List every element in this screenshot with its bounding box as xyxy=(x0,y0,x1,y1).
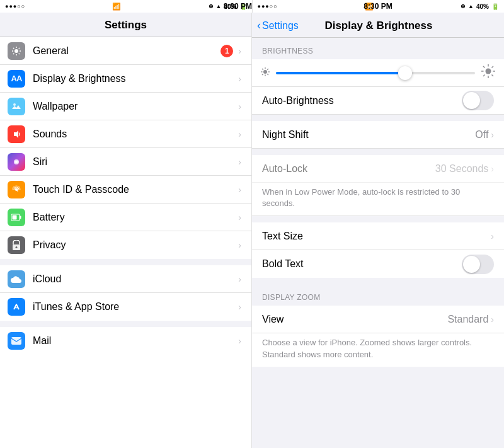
touchid-label: Touch ID & Passcode xyxy=(33,184,238,195)
svg-line-19 xyxy=(267,74,268,75)
mail-label: Mail xyxy=(33,335,238,347)
svg-point-13 xyxy=(263,70,267,74)
sun-large-icon xyxy=(481,64,495,81)
svg-point-4 xyxy=(15,161,18,163)
right-header: ‹ Settings Display & Brightness xyxy=(252,13,504,38)
back-chevron-icon: ‹ xyxy=(257,19,261,32)
touchid-chevron: › xyxy=(238,185,241,195)
separator-2 xyxy=(0,321,251,327)
svg-line-18 xyxy=(262,69,263,70)
settings-list: General 1 › AA Display & Brightness › xyxy=(0,37,251,448)
appstore-icon xyxy=(8,298,25,316)
settings-item-general[interactable]: General 1 › xyxy=(0,37,251,65)
left-gps-icon: ⊕ xyxy=(209,3,214,9)
main-layout: Settings General 1 › xyxy=(0,13,504,448)
svg-rect-8 xyxy=(13,215,17,219)
auto-brightness-toggle[interactable] xyxy=(462,91,494,110)
right-content: BRIGHTNESS xyxy=(252,38,504,448)
right-panel: ‹ Settings Display & Brightness BRIGHTNE… xyxy=(252,13,504,448)
brightness-section-header: BRIGHTNESS xyxy=(252,38,504,59)
right-arrow-icon: ▲ xyxy=(468,3,474,9)
text-size-label: Text Size xyxy=(262,231,491,242)
right-battery-icon: 🔋 xyxy=(491,3,499,10)
left-wifi-icon: 📶 xyxy=(112,3,121,11)
wallpaper-chevron: › xyxy=(238,101,241,112)
icloud-label: iCloud xyxy=(33,273,238,285)
view-value: Standard xyxy=(447,314,488,325)
settings-item-touchid[interactable]: Touch ID & Passcode › xyxy=(0,176,251,204)
view-chevron: › xyxy=(491,314,494,325)
settings-item-mail[interactable]: Mail › xyxy=(0,327,251,355)
night-shift-value: Off xyxy=(475,129,488,141)
settings-item-appstore[interactable]: iTunes & App Store › xyxy=(0,293,251,321)
settings-item-privacy[interactable]: Privacy › xyxy=(0,231,251,259)
svg-marker-2 xyxy=(14,130,18,138)
right-gps-icon: ⊕ xyxy=(461,3,466,9)
appstore-label: iTunes & App Store xyxy=(33,301,238,313)
svg-point-22 xyxy=(486,69,491,74)
appstore-chevron: › xyxy=(238,302,241,312)
auto-brightness-row: Auto-Brightness xyxy=(252,87,504,115)
night-shift-row[interactable]: Night Shift Off › xyxy=(252,121,504,149)
settings-item-wallpaper[interactable]: Wallpaper › xyxy=(0,93,251,120)
right-status-icons: ⊕ ▲ 40% 🔋 xyxy=(461,3,499,10)
privacy-chevron: › xyxy=(238,240,241,250)
settings-item-display[interactable]: AA Display & Brightness › xyxy=(0,65,251,93)
general-label: General xyxy=(33,45,220,57)
separator-textsize xyxy=(252,216,504,222)
privacy-icon xyxy=(8,236,25,254)
auto-brightness-label: Auto-Brightness xyxy=(262,95,462,106)
status-bar: ●●●○○ 📶 8:30 PM ⊕ ▲ 40% 🔋 ●●●○○ 📶 8:30 P… xyxy=(0,0,504,13)
svg-rect-12 xyxy=(11,337,21,345)
battery-label: Battery xyxy=(33,212,238,223)
text-size-row[interactable]: Text Size › xyxy=(252,222,504,250)
general-chevron: › xyxy=(238,46,241,56)
svg-rect-7 xyxy=(20,215,21,219)
settings-item-icloud[interactable]: iCloud › xyxy=(0,265,251,293)
auto-brightness-thumb xyxy=(463,92,480,109)
settings-title: Settings xyxy=(0,13,251,37)
auto-lock-chevron: › xyxy=(491,164,494,174)
night-shift-chevron: › xyxy=(491,130,494,140)
display-icon: AA xyxy=(8,70,25,88)
separator-autolock xyxy=(252,149,504,155)
auto-lock-group: Auto-Lock 30 Seconds › When in Low Power… xyxy=(252,155,504,216)
text-group: Text Size › Bold Text xyxy=(252,222,504,278)
svg-point-0 xyxy=(14,49,18,53)
back-button[interactable]: ‹ Settings xyxy=(257,19,299,32)
display-label: Display & Brightness xyxy=(33,73,238,84)
auto-lock-row: Auto-Lock 30 Seconds › xyxy=(252,155,504,183)
left-carrier: ●●●○○ xyxy=(5,3,25,9)
settings-item-battery[interactable]: Battery › xyxy=(0,204,251,231)
separator-1 xyxy=(0,259,251,265)
siri-label: Siri xyxy=(33,156,238,168)
siri-chevron: › xyxy=(238,157,241,167)
svg-line-20 xyxy=(267,69,268,70)
night-shift-group: Night Shift Off › xyxy=(252,121,504,149)
separator-displayzoom xyxy=(252,278,504,284)
separator-night xyxy=(252,115,504,121)
icloud-icon xyxy=(8,270,25,288)
settings-group-main: General 1 › AA Display & Brightness › xyxy=(0,37,251,259)
settings-group-cloud: iCloud › iTunes & App Store › xyxy=(0,265,251,321)
status-bar-right: ●●●○○ 📶 8:30 PM ⊕ ▲ 40% 🔋 xyxy=(253,0,505,13)
view-label: View xyxy=(262,314,447,325)
bold-text-row: Bold Text xyxy=(252,250,504,278)
settings-item-sounds[interactable]: Sounds › xyxy=(0,120,251,148)
brightness-slider[interactable] xyxy=(276,72,475,74)
auto-lock-note: When in Low Power Mode, auto-lock is res… xyxy=(252,183,504,216)
siri-icon xyxy=(8,153,25,171)
view-row[interactable]: View Standard › xyxy=(252,306,504,333)
sounds-chevron: › xyxy=(238,129,241,139)
settings-item-siri[interactable]: Siri › xyxy=(0,148,251,176)
left-panel: Settings General 1 › xyxy=(0,13,252,448)
battery-chevron: › xyxy=(238,212,241,222)
right-battery: 40% xyxy=(476,3,489,10)
battery-icon xyxy=(8,209,25,226)
bold-text-toggle[interactable] xyxy=(462,255,494,274)
left-arrow-icon: ▲ xyxy=(216,3,222,9)
mail-icon xyxy=(8,332,25,350)
settings-group-mail: Mail › xyxy=(0,327,251,355)
text-size-chevron: › xyxy=(491,231,494,241)
display-zoom-header: DISPLAY ZOOM xyxy=(252,284,504,306)
